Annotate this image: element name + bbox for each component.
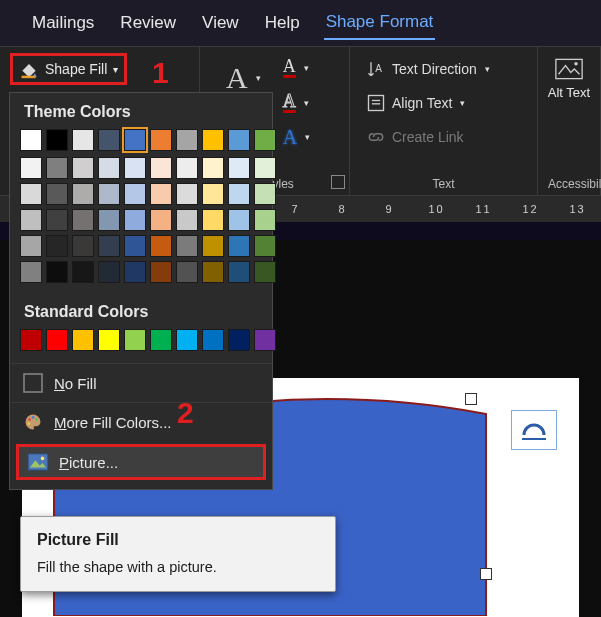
create-link-button[interactable]: Create Link	[360, 123, 527, 151]
bucket-icon	[19, 59, 39, 79]
text-effects-button[interactable]: A▾	[277, 123, 316, 151]
color-swatch[interactable]	[124, 329, 146, 351]
color-swatch[interactable]	[202, 129, 224, 151]
color-swatch[interactable]	[254, 261, 276, 283]
color-swatch[interactable]	[20, 183, 42, 205]
color-swatch[interactable]	[124, 235, 146, 257]
color-swatch[interactable]	[20, 209, 42, 231]
text-outline-button[interactable]: A▾	[277, 88, 316, 117]
color-swatch[interactable]	[46, 329, 68, 351]
dialog-launcher-icon[interactable]	[331, 175, 345, 189]
tab-mailings[interactable]: Mailings	[30, 7, 96, 39]
color-swatch[interactable]	[46, 183, 68, 205]
tab-view[interactable]: View	[200, 7, 241, 39]
color-swatch[interactable]	[202, 329, 224, 351]
color-swatch[interactable]	[176, 329, 198, 351]
color-swatch[interactable]	[46, 209, 68, 231]
color-swatch[interactable]	[46, 261, 68, 283]
color-swatch[interactable]	[124, 261, 146, 283]
color-swatch[interactable]	[176, 129, 198, 151]
color-swatch[interactable]	[46, 129, 68, 151]
color-swatch[interactable]	[150, 129, 172, 151]
color-swatch[interactable]	[124, 157, 146, 179]
picture-fill-item[interactable]: Picture...	[16, 444, 266, 480]
text-direction-button[interactable]: A Text Direction▾	[360, 55, 527, 83]
alt-text-button[interactable]: Alt Text	[548, 57, 590, 100]
tab-review[interactable]: Review	[118, 7, 178, 39]
color-swatch[interactable]	[254, 235, 276, 257]
color-swatch[interactable]	[254, 157, 276, 179]
color-swatch[interactable]	[124, 183, 146, 205]
color-swatch[interactable]	[176, 157, 198, 179]
color-swatch[interactable]	[202, 261, 224, 283]
color-swatch[interactable]	[72, 129, 94, 151]
selection-handle[interactable]	[465, 393, 477, 405]
color-swatch[interactable]	[72, 329, 94, 351]
color-swatch[interactable]	[176, 209, 198, 231]
color-swatch[interactable]	[20, 235, 42, 257]
color-swatch[interactable]	[150, 329, 172, 351]
color-swatch[interactable]	[98, 183, 120, 205]
color-swatch[interactable]	[98, 329, 120, 351]
color-swatch[interactable]	[176, 183, 198, 205]
color-swatch[interactable]	[150, 157, 172, 179]
more-fill-colors-label: More Fill Colors...	[54, 414, 172, 431]
color-swatch[interactable]	[124, 129, 146, 151]
color-swatch[interactable]	[254, 209, 276, 231]
color-swatch[interactable]	[228, 183, 250, 205]
color-swatch[interactable]	[228, 235, 250, 257]
color-swatch[interactable]	[150, 209, 172, 231]
color-swatch[interactable]	[20, 157, 42, 179]
color-swatch[interactable]	[254, 129, 276, 151]
shape-fill-button[interactable]: Shape Fill ▾	[10, 53, 127, 85]
svg-point-15	[41, 457, 45, 461]
color-swatch[interactable]	[228, 129, 250, 151]
color-swatch[interactable]	[254, 183, 276, 205]
color-swatch[interactable]	[46, 235, 68, 257]
color-swatch[interactable]	[98, 209, 120, 231]
color-swatch[interactable]	[228, 157, 250, 179]
text-fill-icon: A	[283, 57, 296, 78]
color-swatch[interactable]	[72, 209, 94, 231]
color-swatch[interactable]	[98, 235, 120, 257]
color-swatch[interactable]	[98, 261, 120, 283]
color-swatch[interactable]	[124, 209, 146, 231]
color-swatch[interactable]	[20, 329, 42, 351]
color-swatch[interactable]	[20, 261, 42, 283]
more-fill-colors-item[interactable]: More Fill Colors...	[10, 402, 272, 441]
color-swatch[interactable]	[176, 261, 198, 283]
color-swatch[interactable]	[176, 235, 198, 257]
color-swatch[interactable]	[150, 183, 172, 205]
color-swatch[interactable]	[228, 261, 250, 283]
color-swatch[interactable]	[202, 157, 224, 179]
text-fill-button[interactable]: A▾	[277, 53, 316, 82]
tab-shape-format[interactable]: Shape Format	[324, 6, 436, 40]
color-swatch[interactable]	[72, 261, 94, 283]
selection-handle[interactable]	[480, 568, 492, 580]
color-swatch[interactable]	[72, 235, 94, 257]
color-swatch[interactable]	[254, 329, 276, 351]
layout-options-button[interactable]	[511, 410, 557, 450]
color-swatch[interactable]	[46, 157, 68, 179]
color-swatch[interactable]	[72, 183, 94, 205]
color-swatch[interactable]	[98, 157, 120, 179]
color-swatch[interactable]	[98, 129, 120, 151]
align-text-button[interactable]: Align Text▾	[360, 89, 527, 117]
color-swatch[interactable]	[202, 235, 224, 257]
color-swatch[interactable]	[150, 235, 172, 257]
color-swatch[interactable]	[20, 129, 42, 151]
color-swatch[interactable]	[202, 209, 224, 231]
ribbon-tabs: Mailings Review View Help Shape Format	[0, 0, 601, 46]
color-swatch[interactable]	[228, 209, 250, 231]
no-fill-label: No Fill	[54, 375, 97, 392]
color-swatch[interactable]	[72, 157, 94, 179]
no-fill-item[interactable]: No Fill	[10, 363, 272, 402]
align-text-icon	[366, 93, 386, 113]
tab-help[interactable]: Help	[263, 7, 302, 39]
color-swatch[interactable]	[202, 183, 224, 205]
create-link-label: Create Link	[392, 129, 464, 145]
color-swatch[interactable]	[228, 329, 250, 351]
chevron-down-icon: ▾	[256, 73, 261, 83]
annotation-1: 1	[152, 56, 169, 90]
color-swatch[interactable]	[150, 261, 172, 283]
